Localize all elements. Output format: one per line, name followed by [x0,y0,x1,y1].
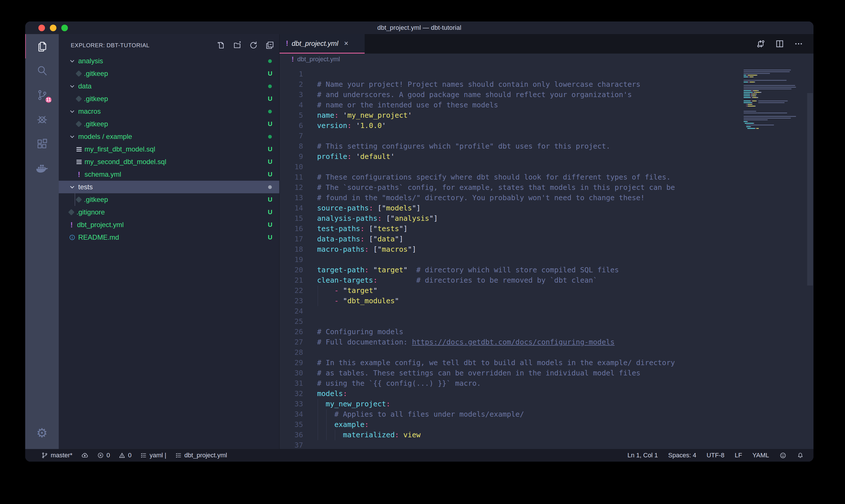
status-left: master*00yaml |dbt_project.yml [41,452,227,459]
line-number: 23 [280,296,303,306]
line-number: 14 [280,203,303,213]
code-line-10[interactable]: 10 [280,162,813,172]
breadcrumb-file[interactable]: dbt_project.yml [297,56,340,63]
code-line-22[interactable]: 22 - "target" [280,286,813,296]
git-status-dot [268,135,272,139]
checklist-icon [175,452,182,459]
status-encoding[interactable]: UTF-8 [707,452,724,459]
tree-file-my-second-dbt-model-sql[interactable]: my_second_dbt_model.sqlU [59,156,279,168]
code-line-19[interactable]: 19 [280,255,813,265]
new-file-icon[interactable] [217,41,225,50]
more-actions-icon[interactable] [794,39,803,48]
compare-changes-icon[interactable] [756,39,766,48]
tree-folder-tests[interactable]: tests [59,181,279,193]
close-button[interactable] [38,25,45,31]
code-line-18[interactable]: 18macro-paths: ["macros"] [280,244,813,255]
code-line-12[interactable]: 12# The `source-paths` config, for examp… [280,182,813,193]
tree-folder-data[interactable]: data [59,80,279,92]
code-line-28[interactable]: 28 [280,347,813,358]
tree-file-dbt-project-yml[interactable]: !dbt_project.ymlU [59,218,279,231]
code-line-17[interactable]: 17data-paths: ["data"] [280,234,813,244]
status-notifications[interactable] [797,452,804,459]
activity-explorer[interactable] [25,34,59,58]
code-line-24[interactable]: 24 [280,306,813,317]
code-line-13[interactable]: 13# found in the "models/" directory. Yo… [280,193,813,203]
status-language-mode[interactable]: YAML [753,452,769,459]
code-line-25[interactable]: 25 [280,317,813,327]
activity-debug[interactable] [25,107,59,131]
tree-folder-analysis[interactable]: analysis [59,55,279,67]
close-tab-icon[interactable]: × [344,39,348,48]
status-indentation[interactable]: Spaces: 4 [668,452,696,459]
code-line-3[interactable]: 3# and underscores. A good package name … [280,90,813,100]
code-line-31[interactable]: 31# using the `{{ config(...) }}` macro. [280,378,813,389]
tree-folder-models-example[interactable]: models / example [59,130,279,143]
tree-file-my-first-dbt-model-sql[interactable]: my_first_dbt_model.sqlU [59,143,279,156]
split-editor-icon[interactable] [775,39,784,48]
tree-file--gitkeep[interactable]: .gitkeepU [59,67,279,80]
code-line-14[interactable]: 14source-paths: ["models"] [280,203,813,213]
code-line-2[interactable]: 2# Name your project! Project names shou… [280,79,813,90]
code-line-37[interactable]: 37 [280,440,813,449]
code-line-36[interactable]: 36 materialized: view [280,430,813,440]
collapse-all-icon[interactable] [266,41,274,50]
code-line-7[interactable]: 7 [280,131,813,141]
tree-file--gitkeep[interactable]: .gitkeepU [59,92,279,105]
status-linter-file[interactable]: dbt_project.yml [175,452,227,459]
status-eol[interactable]: LF [735,452,742,459]
status-cursor-position[interactable]: Ln 1, Col 1 [627,452,658,459]
line-number: 37 [280,440,303,449]
code-line-29[interactable]: 29# In this example config, we tell dbt … [280,358,813,368]
status-warnings-count[interactable]: 0 [119,452,131,459]
code-line-15[interactable]: 15analysis-paths: ["analysis"] [280,213,813,224]
tab-dbt-project-yml[interactable]: ! dbt_project.yml × [280,34,365,54]
tree-file--gitignore[interactable]: .gitignoreU [59,206,279,218]
status-branch-status[interactable]: master* [41,452,72,459]
line-number: 35 [280,419,303,430]
activity-search[interactable] [25,58,59,83]
code-line-5[interactable]: 5name: 'my_new_project' [280,110,813,121]
code-line-21[interactable]: 21clean-targets: # directories to be rem… [280,275,813,286]
refresh-icon[interactable] [249,41,258,50]
code-editor[interactable]: 12# Name your project! Project names sho… [280,65,813,449]
code-line-35[interactable]: 35 example: [280,419,813,430]
code-line-6[interactable]: 6version: '1.0.0' [280,121,813,131]
code-line-16[interactable]: 16test-paths: ["tests"] [280,224,813,234]
new-folder-icon[interactable] [233,41,241,50]
tree-file--gitkeep[interactable]: .gitkeepU [59,193,279,206]
chevron-down-icon [69,184,75,190]
breadcrumb[interactable]: ! dbt_project.yml [280,54,813,65]
tree-file--gitkeep[interactable]: .gitkeepU [59,118,279,130]
code-line-8[interactable]: 8# This setting configures which "profil… [280,141,813,151]
code-line-23[interactable]: 23 - "dbt_modules" [280,296,813,306]
status-label: Spaces: 4 [668,452,696,459]
tree-file-schema-yml[interactable]: !schema.ymlU [59,168,279,181]
tree-file-readme-md[interactable]: README.mdU [59,231,279,244]
status-feedback[interactable] [779,452,787,459]
code-line-27[interactable]: 27# Full documentation: https://docs.get… [280,337,813,347]
code-line-11[interactable]: 11# These configurations specify where d… [280,172,813,182]
code-line-20[interactable]: 20target-path: "target" # directory whic… [280,265,813,275]
code-line-30[interactable]: 30# as tables. These settings can be ove… [280,368,813,378]
explorer-title: EXPLORER: DBT-TUTORIAL [71,42,149,49]
status-errors-count[interactable]: 0 [97,452,110,459]
activity-source-control[interactable]: 11 [25,83,59,107]
zoom-button[interactable] [61,25,68,31]
activity-extensions[interactable] [25,131,59,156]
code-line-33[interactable]: 33 my_new_project: [280,399,813,409]
minimize-button[interactable] [50,25,56,31]
code-line-34[interactable]: 34 # Applies to all files under models/e… [280,409,813,419]
line-number: 33 [280,399,303,409]
git-untracked-badge: U [268,158,272,165]
code-line-4[interactable]: 4# name or the intended use of these mod… [280,100,813,110]
status-publish-changes[interactable] [81,452,89,459]
code-line-26[interactable]: 26# Configuring models [280,327,813,337]
code-line-9[interactable]: 9profile: 'default' [280,151,813,162]
activity-settings[interactable]: ⚙ [36,423,48,443]
code-line-1[interactable]: 1 [280,69,813,79]
tree-folder-macros[interactable]: macros [59,105,279,118]
line-number: 12 [280,182,303,193]
code-line-32[interactable]: 32models: [280,389,813,399]
activity-docker[interactable] [25,156,59,180]
status-linter-yaml[interactable]: yaml | [140,452,166,459]
